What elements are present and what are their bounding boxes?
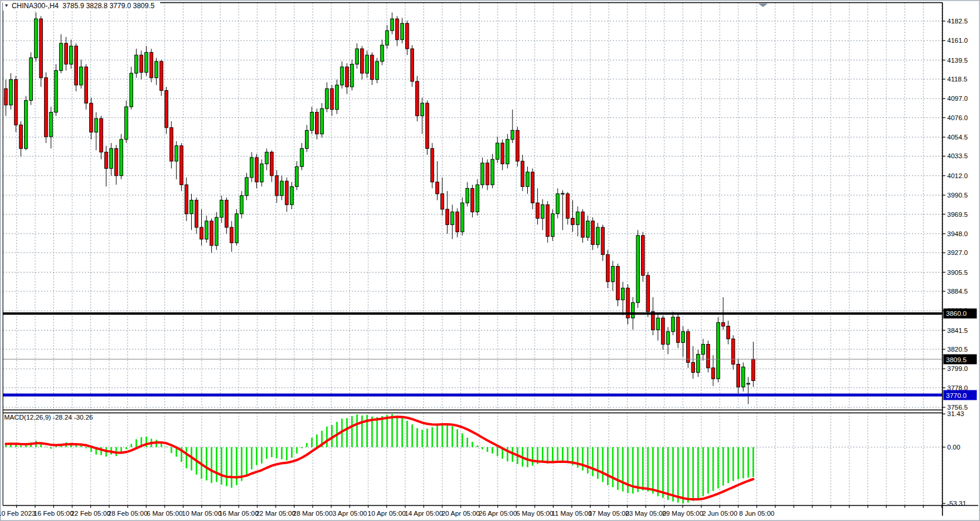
candlestick — [305, 130, 308, 148]
candlestick — [385, 30, 388, 45]
svg-text:4012.0: 4012.0 — [947, 172, 968, 179]
candlestick — [180, 146, 183, 185]
candlestick — [170, 128, 173, 161]
candlestick — [707, 344, 710, 367]
mt4-chart-window: 4182.54161.04139.54118.54097.04076.04054… — [0, 0, 980, 521]
candlestick — [285, 181, 288, 205]
candlestick — [335, 85, 338, 110]
candlestick — [55, 70, 57, 112]
candlestick — [325, 88, 328, 108]
candlestick — [310, 112, 313, 130]
svg-text:28 Mar 05:00: 28 Mar 05:00 — [293, 510, 333, 517]
candlestick — [742, 367, 745, 387]
svg-text:17 May 05:00: 17 May 05:00 — [588, 510, 629, 517]
candlestick — [697, 355, 700, 373]
candlestick — [275, 176, 278, 196]
candlestick — [471, 188, 474, 212]
candlestick — [215, 217, 218, 246]
svg-text:4118.5: 4118.5 — [947, 76, 967, 83]
candlestick — [210, 221, 213, 246]
svg-text:10 Feb 2023: 10 Feb 2023 — [0, 510, 36, 517]
svg-text:3990.5: 3990.5 — [947, 192, 968, 199]
candlestick — [416, 81, 419, 116]
svg-text:3905.5: 3905.5 — [947, 269, 968, 276]
candlestick — [426, 103, 429, 148]
svg-text:3 Apr 05:00: 3 Apr 05:00 — [333, 510, 367, 517]
candlestick — [316, 112, 318, 134]
svg-text:3841.5: 3841.5 — [947, 327, 968, 334]
symbol-dropdown-icon[interactable]: ▼ — [4, 4, 9, 8]
candlestick — [731, 339, 734, 364]
candlestick — [752, 359, 755, 381]
candlestick — [69, 46, 72, 64]
candlestick — [521, 161, 524, 186]
candlestick — [636, 236, 639, 302]
svg-text:4097.0: 4097.0 — [947, 95, 968, 102]
candlestick — [737, 365, 740, 387]
candlestick — [526, 172, 529, 187]
candlestick — [481, 163, 484, 185]
price-label-3860.0: 3860.0 — [944, 308, 977, 318]
candlestick — [245, 178, 248, 196]
candlestick — [235, 214, 238, 243]
svg-text:8 Jun 05:00: 8 Jun 05:00 — [739, 510, 774, 517]
candlestick — [476, 185, 479, 212]
candlestick — [19, 125, 22, 148]
candlestick — [621, 288, 624, 300]
svg-text:31.43: 31.43 — [947, 410, 964, 417]
candlestick — [365, 55, 368, 73]
candlestick — [190, 200, 193, 214]
candlestick — [65, 43, 67, 64]
candlestick — [646, 275, 649, 312]
candlestick — [440, 194, 443, 209]
candlestick — [606, 254, 609, 281]
candlestick — [721, 322, 724, 326]
candlestick — [531, 172, 534, 203]
chart-canvas[interactable]: 4182.54161.04139.54118.54097.04076.04054… — [0, 0, 980, 521]
svg-text:26 Apr 05:00: 26 Apr 05:00 — [479, 510, 517, 517]
svg-text:4033.5: 4033.5 — [947, 152, 968, 159]
candlestick — [436, 182, 439, 194]
candlestick — [125, 107, 128, 139]
candlestick — [330, 88, 333, 110]
candlestick — [160, 62, 162, 91]
svg-text:3860.0: 3860.0 — [946, 310, 967, 317]
candlestick — [611, 266, 614, 281]
candlestick — [501, 143, 504, 164]
candlestick — [45, 78, 48, 137]
candlestick — [345, 67, 348, 87]
candlestick — [74, 46, 77, 86]
candlestick — [571, 218, 574, 224]
candlestick — [701, 344, 704, 354]
candlestick — [430, 148, 433, 182]
candlestick — [581, 212, 584, 237]
svg-text:10 Mar 05:00: 10 Mar 05:00 — [182, 510, 222, 517]
svg-text:28 Feb 05:00: 28 Feb 05:00 — [108, 510, 148, 517]
candlestick — [225, 200, 228, 227]
svg-text:3770.0: 3770.0 — [946, 392, 967, 399]
candlestick — [104, 152, 107, 169]
svg-text:3927.0: 3927.0 — [947, 249, 968, 256]
candlestick — [14, 80, 17, 125]
svg-text:0.00: 0.00 — [947, 444, 960, 451]
candlestick — [110, 148, 113, 168]
candlestick — [165, 90, 168, 127]
candlestick — [576, 212, 579, 225]
candlestick — [381, 45, 384, 62]
svg-text:4161.0: 4161.0 — [947, 37, 968, 44]
svg-text:22 Mar 05:00: 22 Mar 05:00 — [256, 510, 296, 517]
candlestick — [727, 326, 730, 339]
svg-text:-53.31: -53.31 — [947, 500, 967, 507]
candlestick — [591, 221, 594, 244]
candlestick — [747, 383, 750, 384]
candlestick — [29, 58, 32, 101]
svg-text:16 Mar 05:00: 16 Mar 05:00 — [219, 510, 259, 517]
candlestick — [681, 332, 684, 343]
svg-text:3969.5: 3969.5 — [947, 211, 968, 218]
candlestick — [300, 148, 303, 166]
candlestick — [395, 19, 398, 40]
candlestick — [4, 88, 7, 105]
candlestick — [496, 143, 499, 159]
svg-text:5 May 05:00: 5 May 05:00 — [516, 510, 553, 517]
candlestick — [270, 152, 273, 176]
